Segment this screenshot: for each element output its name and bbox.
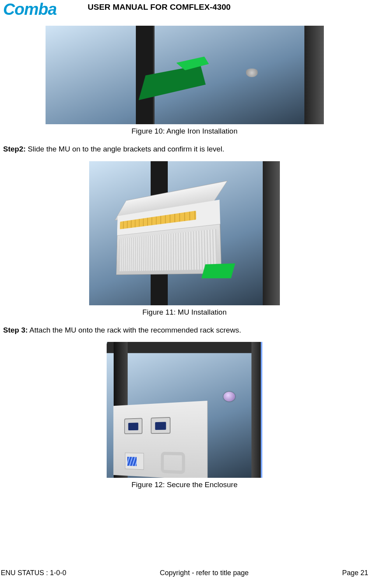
figure-10-block: Figure 10: Angle Iron Installation: [3, 19, 366, 136]
step-3-line: Step 3: Attach the MU onto the rack with…: [3, 325, 366, 335]
document-title: USER MANUAL FOR COMFLEX-4300: [88, 2, 230, 12]
footer-status: ENU STATUS : 1-0-0: [1, 569, 66, 577]
step-2-line: Step2: Slide the MU on to the angle brac…: [3, 144, 366, 154]
figure-12-image: [107, 342, 262, 478]
page-header: Comba USER MANUAL FOR COMFLEX-4300: [3, 0, 366, 19]
step-3-label: Step 3:: [3, 326, 28, 334]
page-footer: ENU STATUS : 1-0-0 Copyright - refer to …: [0, 569, 369, 577]
footer-copyright: Copyright - refer to title page: [160, 569, 249, 577]
figure-11-caption: Figure 11: MU Installation: [3, 308, 366, 317]
figure-11-image: [89, 161, 280, 305]
figure-11-block: Figure 11: MU Installation: [3, 161, 366, 317]
figure-12-caption: Figure 12: Secure the Enclosure: [3, 481, 366, 489]
logo-text: Comba: [3, 0, 56, 19]
figure-10-image: [46, 26, 324, 124]
figure-10-caption: Figure 10: Angle Iron Installation: [3, 127, 366, 136]
figure-12-block: Figure 12: Secure the Enclosure: [3, 342, 366, 489]
footer-page-number: Page 21: [342, 569, 368, 577]
step-3-text: Attach the MU onto the rack with the rec…: [28, 326, 241, 334]
step-2-text: Slide the MU on to the angle brackets an…: [26, 145, 224, 153]
brand-logo: Comba: [3, 0, 56, 19]
step-2-label: Step2:: [3, 145, 26, 153]
